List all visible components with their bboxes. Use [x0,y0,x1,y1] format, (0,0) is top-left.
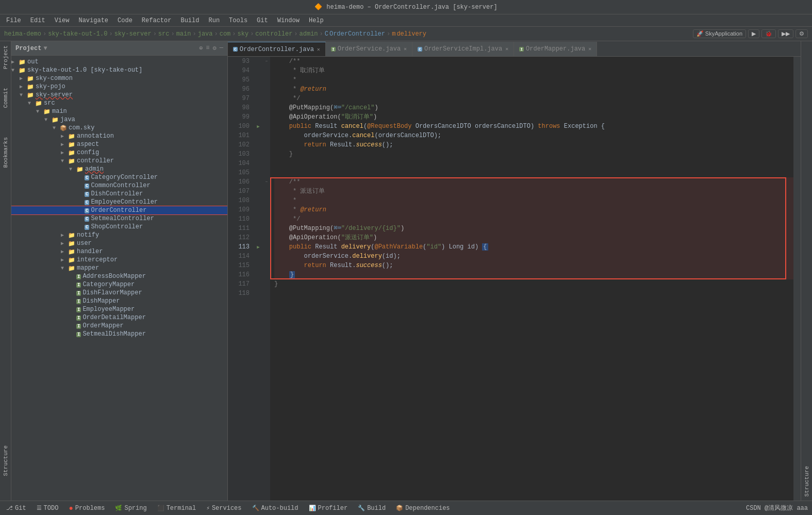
tab-order-controller[interactable]: C OrderController.java ✕ [228,42,326,56]
tree-item-0[interactable]: ▶📁out [11,58,227,66]
right-structure-label[interactable]: Structure [803,462,811,501]
tree-item-30[interactable]: IEmployeeMapper [11,305,227,313]
folder-icon: 📁 [68,133,75,140]
tree-item-18[interactable]: COrderController [11,206,227,214]
menu-item-build[interactable]: Build [176,16,203,25]
tree-item-29[interactable]: IDishMapper [11,297,227,305]
tab-close-order-service-impl[interactable]: ✕ [505,46,508,52]
bc-src[interactable]: src [158,30,170,38]
run-config-btn[interactable]: 🚀 SkyApplication [693,29,746,38]
tree-item-24[interactable]: ▶📁interceptor [11,256,227,264]
menu-item-edit[interactable]: Edit [26,16,49,25]
tree-item-10[interactable]: ▶📁aspect [11,140,227,148]
tree-item-9[interactable]: ▶📁annotation [11,132,227,140]
tree-item-23[interactable]: ▶📁handler [11,247,227,256]
tree-item-20[interactable]: CShopController [11,223,227,231]
panel-dropdown[interactable]: ▼ [43,45,47,52]
line-number-113: 113 [228,242,250,252]
bottom-spring[interactable]: 🌿 Spring [113,504,148,513]
tree-item-11[interactable]: ▶📁config [11,148,227,157]
menu-item-tools[interactable]: Tools [225,16,252,25]
tree-item-1[interactable]: ▼📁sky-take-out-1.0 [sky-take-out] [11,66,227,74]
panel-icon-hide[interactable]: — [220,44,223,52]
menu-item-run[interactable]: Run [204,16,224,25]
tree-item-26[interactable]: IAddressBookMapper [11,272,227,280]
tab-order-mapper[interactable]: I OrderMapper.java ✕ [514,42,597,56]
menu-item-window[interactable]: Window [273,16,304,25]
bottom-auto-build[interactable]: 🔨 Auto-build [250,504,301,513]
bc-controller[interactable]: controller [255,30,292,38]
bc-admin[interactable]: admin [300,30,318,38]
line-number-95: 95 [228,75,250,85]
line-number-101: 101 [228,131,250,140]
tree-item-6[interactable]: ▼📁main [11,107,227,115]
bottom-git[interactable]: ⎇ Git [4,504,28,513]
tree-item-32[interactable]: IOrderMapper [11,322,227,330]
bc-delivery[interactable]: mdelivery [392,30,426,38]
bc-sky[interactable]: sky [238,30,249,38]
sidebar-bookmarks[interactable]: Bookmarks [2,133,10,172]
tree-item-2[interactable]: ▶📁sky-common [11,74,227,82]
tree-item-4[interactable]: ▼📁sky-server [11,91,227,99]
tree-item-19[interactable]: CSetmealController [11,214,227,223]
bc-heima[interactable]: heima-demo [4,30,41,38]
tree-item-21[interactable]: ▶📁notify [11,231,227,239]
tree-item-8[interactable]: ▼📦com.sky [11,124,227,132]
bc-order-controller[interactable]: COrderController [325,30,385,38]
menu-item-navigate[interactable]: Navigate [74,16,112,25]
tree-item-16[interactable]: CDishController [11,190,227,198]
tree-item-22[interactable]: ▶📁user [11,239,227,247]
menu-item-help[interactable]: Help [305,16,328,25]
panel-icon-add[interactable]: ⊕ [199,44,203,52]
tree-item-5[interactable]: ▼📁src [11,99,227,107]
bottom-build[interactable]: 🔧 Build [356,504,388,513]
tree-item-15[interactable]: CCommonController [11,181,227,190]
line-number-106: 106 [228,177,250,187]
menu-item-code[interactable]: Code [113,16,137,25]
menu-item-refactor[interactable]: Refactor [138,16,176,25]
menu-item-git[interactable]: Git [253,16,272,25]
build-btn[interactable]: ▶ [748,29,759,38]
bottom-dependencies[interactable]: 📦 Dependencies [394,504,452,513]
bc-sky-take[interactable]: sky-take-out-1.0 [48,30,107,38]
bottom-terminal[interactable]: ⬛ Terminal [155,504,198,513]
scrollbar-area[interactable] [793,57,801,501]
panel-icon-gear[interactable]: ⚙ [213,44,217,52]
bottom-problems[interactable]: ● Problems [67,503,107,513]
tab-order-service-impl[interactable]: C OrderServiceImpl.java ✕ [412,42,514,56]
menu-item-file[interactable]: File [2,16,25,25]
bc-main[interactable]: main [176,30,191,38]
tree-item-27[interactable]: ICategoryMapper [11,280,227,289]
tab-close-order-controller[interactable]: ✕ [317,46,320,53]
bc-sky-server[interactable]: sky-server [114,30,152,38]
code-content[interactable]: /** * 取消订单 * * @return */ @PutMapping(⌘⌨… [270,57,793,501]
tree-item-12[interactable]: ▼📁controller [11,157,227,165]
bottom-services[interactable]: ⚡ Services [204,504,243,513]
sidebar-structure[interactable]: Structure [2,441,10,480]
tree-item-31[interactable]: IOrderDetailMapper [11,313,227,322]
run-btn[interactable]: ▶▶ [778,29,793,38]
tree-item-14[interactable]: CCategoryController [11,173,227,181]
i-interface-icon: I [76,314,81,321]
tree-item-3[interactable]: ▶📁sky-pojo [11,82,227,91]
tree-item-7[interactable]: ▼📁java [11,115,227,124]
panel-icon-filter[interactable]: ≡ [206,44,209,52]
tab-close-order-mapper[interactable]: ✕ [588,46,591,52]
sidebar-project[interactable]: Project [2,41,10,73]
tree-item-33[interactable]: ISetmealDishMapper [11,330,227,338]
menu-item-view[interactable]: View [51,16,74,25]
tree-item-28[interactable]: IDishFlavorMapper [11,289,227,297]
sidebar-commit[interactable]: Commit [2,84,10,112]
tab-close-order-service[interactable]: ✕ [404,46,407,52]
line-number-100: 100 [228,122,250,131]
bottom-profiler[interactable]: 📊 Profiler [307,504,350,513]
settings-btn[interactable]: ⚙ [796,29,808,38]
tree-item-25[interactable]: ▼📁mapper [11,264,227,272]
tree-item-13[interactable]: ▼📁admin [11,165,227,173]
bc-com[interactable]: com [220,30,231,38]
bc-java[interactable]: java [198,30,213,38]
tree-item-17[interactable]: CEmployeeController [11,198,227,206]
tab-order-service[interactable]: I OrderService.java ✕ [326,42,412,56]
debug-btn[interactable]: 🐞 [761,29,776,38]
bottom-todo[interactable]: ☰ TODO [35,504,61,513]
